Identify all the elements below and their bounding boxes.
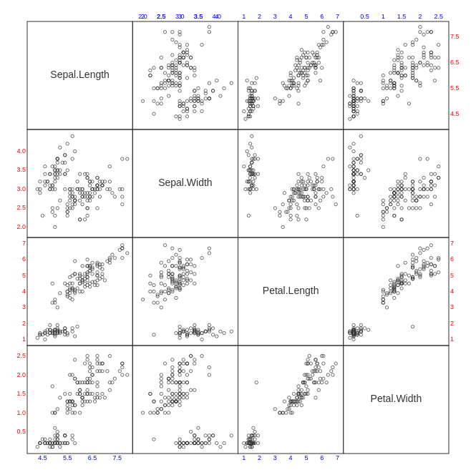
plot-canvas bbox=[0, 0, 476, 475]
pairs-plot bbox=[0, 0, 476, 475]
